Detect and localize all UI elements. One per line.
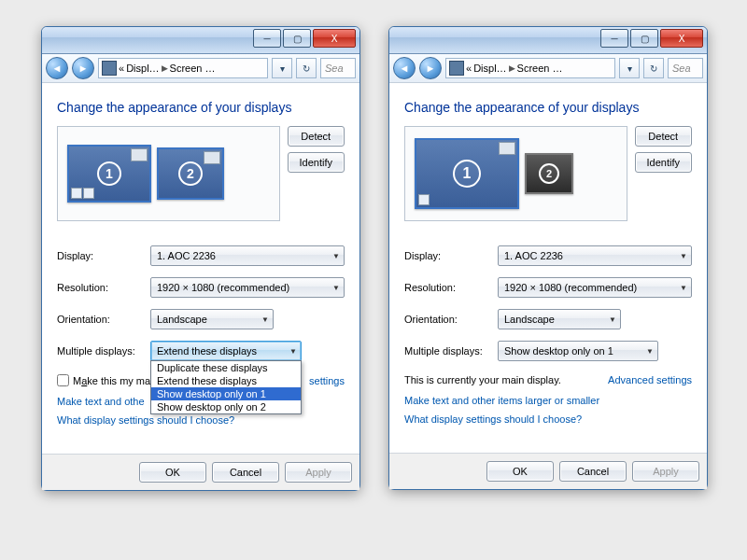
page-title: Change the appearance of your displays [404, 100, 692, 115]
minimize-button[interactable]: ─ [253, 29, 281, 48]
dropdown-option[interactable]: Extend these displays [151, 374, 301, 387]
identify-button[interactable]: Identify [288, 152, 345, 173]
breadcrumb[interactable]: « Displ… ▶ Screen … [98, 58, 268, 78]
identify-button[interactable]: Identify [635, 152, 692, 173]
taskbar-icon [71, 188, 94, 199]
advanced-settings-link[interactable]: Advanced settings [608, 374, 692, 385]
main-display-label-partial: Make this my ma [73, 375, 150, 386]
monitor-number: 2 [539, 163, 559, 184]
multiple-displays-label: Multiple displays: [57, 345, 150, 357]
toolbar: ◄ ► « Displ… ▶ Screen … ▾ ↻ Sea [389, 54, 707, 83]
chevron-down-icon: ▼ [680, 252, 687, 260]
search-input[interactable]: Sea [320, 58, 356, 78]
display-label: Display: [404, 250, 498, 261]
orientation-label: Orientation: [404, 314, 498, 325]
chevron-down-icon: ▼ [680, 284, 687, 292]
display-label: Display: [57, 250, 150, 261]
monitor-number: 1 [97, 161, 121, 186]
display-dropdown[interactable]: 1. AOC 2236▼ [150, 245, 345, 266]
forward-button[interactable]: ► [72, 57, 94, 79]
toolbar: ◄ ► « Displ… ▶ Screen … ▾ ↻ Sea [42, 54, 359, 83]
content: Change the appearance of your displays 1… [42, 83, 359, 437]
multiple-displays-value: Show desktop only on 1 [504, 345, 613, 357]
monitor-2[interactable]: 2 [157, 147, 224, 200]
page-title: Change the appearance of your displays [57, 100, 345, 115]
back-button[interactable]: ◄ [46, 57, 68, 79]
main-display-checkbox[interactable] [57, 374, 69, 386]
apply-button[interactable]: Apply [632, 461, 699, 482]
resolution-dropdown[interactable]: 1920 × 1080 (recommended)▼ [150, 277, 345, 298]
monitor-1[interactable]: 1 [415, 138, 519, 209]
monitor-arrangement[interactable]: 1 2 [404, 126, 627, 221]
detect-button[interactable]: Detect [635, 126, 692, 147]
ok-button[interactable]: OK [486, 461, 554, 482]
window-icon [499, 142, 515, 155]
breadcrumb-prefix: « [119, 63, 124, 74]
dropdown-option[interactable]: Show desktop only on 2 [151, 400, 301, 413]
chevron-down-icon: ▼ [261, 315, 269, 324]
orientation-dropdown[interactable]: Landscape▼ [150, 309, 274, 329]
control-panel-icon [102, 61, 117, 76]
multiple-displays-dropdown[interactable]: Show desktop only on 1▼ [498, 341, 658, 361]
window-left: ─ ▢ X ◄ ► « Displ… ▶ Screen … ▾ ↻ Sea Ch… [41, 26, 360, 491]
display-value: 1. AOC 2236 [504, 250, 563, 261]
dropdown-history-button[interactable]: ▾ [619, 58, 640, 78]
chevron-down-icon: ▼ [332, 284, 340, 292]
text-size-link[interactable]: Make text and other items larger or smal… [404, 395, 692, 406]
taskbar-icon [418, 194, 430, 205]
monitor-arrangement[interactable]: 1 2 [57, 126, 280, 221]
chevron-down-icon: ▼ [609, 315, 616, 324]
maximize-button[interactable]: ▢ [283, 29, 311, 48]
resolution-dropdown[interactable]: 1920 × 1080 (recommended)▼ [498, 277, 692, 298]
maximize-button[interactable]: ▢ [630, 29, 658, 48]
search-input[interactable]: Sea [668, 58, 703, 78]
breadcrumb-item: Displ… [126, 63, 159, 74]
multiple-displays-options[interactable]: Duplicate these displaysExtend these dis… [150, 360, 302, 414]
detect-button[interactable]: Detect [288, 126, 345, 147]
close-button[interactable]: X [313, 29, 356, 48]
advanced-settings-link-partial[interactable]: settings [309, 375, 345, 386]
window-icon [131, 148, 148, 161]
minimize-button[interactable]: ─ [600, 29, 628, 48]
dialog-footer: OK Cancel Apply [389, 453, 707, 489]
content: Change the appearance of your displays 1… [389, 83, 707, 436]
resolution-value: 1920 × 1080 (recommended) [157, 282, 289, 293]
resolution-label: Resolution: [57, 282, 150, 293]
chevron-down-icon: ▼ [332, 252, 340, 260]
cancel-button[interactable]: Cancel [212, 462, 279, 483]
breadcrumb[interactable]: « Displ… ▶ Screen … [445, 58, 615, 78]
dialog-footer: OK Cancel Apply [42, 454, 359, 490]
refresh-button[interactable]: ↻ [296, 58, 317, 78]
breadcrumb-item: Screen … [517, 63, 563, 74]
orientation-label: Orientation: [57, 314, 150, 325]
orientation-dropdown[interactable]: Landscape▼ [498, 309, 621, 329]
help-link[interactable]: What display settings should I choose? [404, 413, 692, 425]
back-button[interactable]: ◄ [393, 57, 416, 79]
forward-button[interactable]: ► [419, 57, 442, 79]
breadcrumb-item: Displ… [473, 63, 506, 74]
multiple-displays-dropdown[interactable]: Extend these displays▼ [150, 341, 302, 361]
breadcrumb-prefix: « [466, 63, 472, 74]
chevron-right-icon: ▶ [162, 63, 168, 73]
monitor-2-inactive[interactable]: 2 [525, 153, 573, 194]
chevron-right-icon: ▶ [509, 63, 515, 73]
monitor-number: 1 [453, 160, 481, 188]
orientation-value: Landscape [157, 314, 207, 325]
window-icon [204, 151, 220, 164]
window-right: ─ ▢ X ◄ ► « Displ… ▶ Screen … ▾ ↻ Sea Ch… [388, 26, 708, 490]
dropdown-option[interactable]: Duplicate these displays [151, 361, 301, 374]
dropdown-option[interactable]: Show desktop only on 1 [151, 387, 301, 400]
display-dropdown[interactable]: 1. AOC 2236▼ [498, 245, 692, 266]
close-button[interactable]: X [660, 29, 703, 48]
monitor-1[interactable]: 1 [67, 145, 151, 203]
cancel-button[interactable]: Cancel [559, 461, 627, 482]
multiple-displays-value: Extend these displays [157, 345, 257, 357]
apply-button[interactable]: Apply [285, 462, 352, 483]
refresh-button[interactable]: ↻ [643, 58, 664, 78]
ok-button[interactable]: OK [139, 462, 206, 483]
dropdown-history-button[interactable]: ▾ [272, 58, 292, 78]
resolution-value: 1920 × 1080 (recommended) [504, 282, 637, 293]
help-link[interactable]: What display settings should I choose? [57, 414, 345, 426]
chevron-down-icon: ▼ [646, 347, 654, 356]
chevron-down-icon: ▼ [289, 347, 297, 356]
